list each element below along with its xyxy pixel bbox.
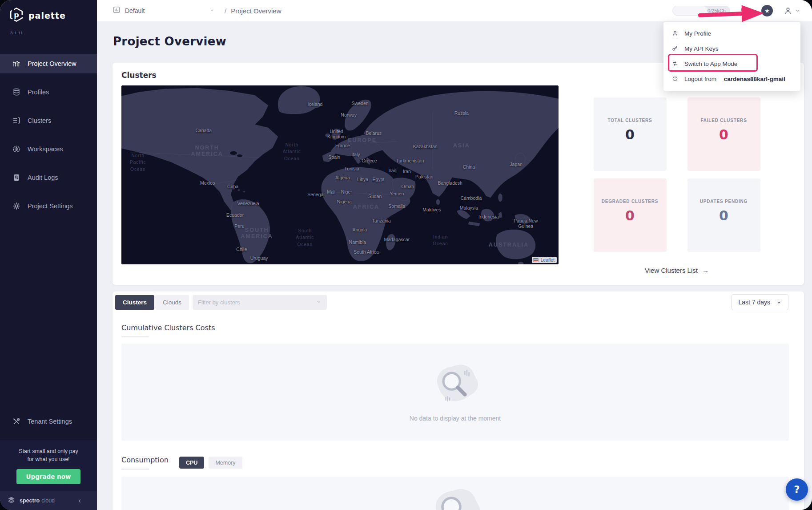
filter-by-clusters-select[interactable]: Filter by clusters [193, 295, 327, 310]
menu-item-my-profile[interactable]: My Profile [663, 26, 800, 41]
sidebar-item-label: Profiles [28, 89, 49, 96]
metrics-card: ClustersClouds Filter by clusters Last 7… [113, 291, 804, 510]
stat-label: DEGRADED CLUSTERS [602, 199, 659, 204]
menu-item-label: Logout from [684, 76, 716, 82]
filter-row: ClustersClouds Filter by clusters Last 7… [115, 294, 795, 310]
scope-selector-value: Default [125, 7, 145, 14]
sidebar-item-clusters[interactable]: Clusters [0, 111, 97, 130]
workspaces-icon [12, 145, 21, 154]
upgrade-promo: Start small and only pay for what you us… [0, 440, 97, 492]
spectro-cloud-logo [7, 496, 16, 506]
topbar: Default / Project Overview 0/25kCh ★ [97, 0, 812, 21]
user-menu-button[interactable] [784, 6, 800, 15]
stat-value: 0 [719, 208, 728, 223]
audit-logs-icon [12, 173, 21, 182]
chat-icon[interactable] [741, 6, 751, 16]
sidebar-item-label: Project Settings [28, 202, 73, 210]
topbar-right: 0/25kCh ★ [672, 5, 812, 16]
user-icon [784, 6, 792, 15]
heading-underline [121, 469, 149, 470]
help-button[interactable]: ? [786, 478, 808, 501]
usage-text: 0/25kCh [707, 8, 726, 13]
sidebar-item-label: Workspaces [28, 146, 63, 153]
search-no-data-icon [426, 362, 484, 409]
upgrade-now-button[interactable]: Upgrade now [16, 469, 81, 484]
sidebar-item-label: Audit Logs [28, 174, 58, 181]
chevron-down-icon [316, 299, 322, 306]
content-area: Default / Project Overview 0/25kCh ★ [97, 0, 812, 510]
logo-block: p palette 3.1.11 [0, 0, 97, 35]
sidebar-item-workspaces[interactable]: Workspaces [0, 139, 97, 159]
chevron-down-icon [776, 300, 782, 305]
breadcrumb-separator: / [225, 7, 226, 15]
view-clusters-list-label: View Clusters List [645, 267, 698, 274]
date-range-select[interactable]: Last 7 days [732, 294, 788, 310]
menu-item-label: My Profile [684, 30, 711, 37]
date-range-value: Last 7 days [738, 299, 770, 306]
consumption-toggles: CPUMemory [179, 456, 242, 469]
footer-brand-bold: spectro [20, 498, 40, 504]
scope-tabs: ClustersClouds [115, 295, 189, 310]
sidebar-item-project-settings[interactable]: Project Settings [0, 196, 97, 216]
whats-new-star-icon[interactable]: ★ [761, 5, 773, 16]
promo-line-1: Start small and only pay [4, 447, 92, 456]
menu-item-username: cardenas88karl-gmail [722, 76, 785, 82]
search-no-data-icon [426, 486, 484, 510]
stat-card-failed-clusters: FAILED CLUSTERS0 [687, 97, 760, 171]
project-scope-selector[interactable]: Default [113, 6, 215, 16]
project-overview-icon [12, 59, 21, 68]
menu-item-switch-to-app-mode[interactable]: Switch to App Mode [663, 56, 800, 71]
menu-item-label: Switch to App Mode [684, 61, 737, 67]
user-dropdown-menu: My ProfileMy API KeysSwitch to App ModeL… [663, 22, 800, 91]
usage-badge[interactable]: 0/25kCh [672, 6, 730, 16]
menu-item-logout-from[interactable]: Logout from cardenas88karl-gmail [663, 71, 800, 86]
sidebar-item-label: Clusters [28, 117, 51, 124]
sidebar-collapse-icon[interactable]: ‹ [78, 496, 81, 505]
stat-card-updates-pending: UPDATES PENDING0 [687, 178, 760, 252]
chevron-down-icon [209, 7, 215, 15]
consumption-toggle-memory[interactable]: Memory [209, 457, 242, 469]
sidebar: p palette 3.1.11 Project OverviewProfile… [0, 0, 97, 510]
tab-clouds[interactable]: Clouds [155, 295, 189, 310]
menu-item-label: My API Keys [684, 45, 719, 52]
costs-section-header: Cumulative Clusters Costs [121, 324, 795, 337]
costs-title: Cumulative Clusters Costs [121, 324, 795, 332]
stat-card-degraded-clusters: DEGRADED CLUSTERS0 [594, 178, 667, 252]
svg-text:p: p [14, 11, 19, 19]
profiles-icon [12, 88, 21, 97]
brand-name: palette [28, 11, 66, 20]
sidebar-footer: spectro cloud ‹ [0, 491, 97, 510]
clusters-world-map[interactable]: IcelandSwedenNorwayRussiaCanadaUnited Ki… [121, 85, 559, 264]
person-icon [671, 30, 679, 37]
sidebar-item-tenant-settings[interactable]: Tenant Settings [0, 412, 97, 431]
stat-label: FAILED CLUSTERS [700, 118, 747, 123]
menu-item-my-api-keys[interactable]: My API Keys [663, 41, 800, 56]
consumption-toggle-cpu[interactable]: CPU [179, 457, 204, 469]
chevron-down-icon [795, 8, 800, 13]
breadcrumb: / Project Overview [225, 7, 281, 15]
breadcrumb-label[interactable]: Project Overview [231, 7, 281, 15]
power-icon [671, 75, 679, 82]
switch-mode-icon [671, 60, 679, 67]
no-data-message: No data to display at the moment [410, 415, 501, 422]
consumption-empty-state [121, 477, 789, 510]
sidebar-item-profiles[interactable]: Profiles [0, 82, 97, 102]
cluster-stats: TOTAL CLUSTERS0FAILED CLUSTERS0DEGRADED … [559, 85, 795, 274]
leaflet-label: Leaflet [540, 257, 555, 263]
sidebar-item-project-overview[interactable]: Project Overview [0, 54, 97, 73]
scope-selector-icon [113, 6, 121, 16]
palette-logo-icon: p [9, 7, 24, 24]
project-settings-icon [12, 202, 21, 210]
consumption-section-header: Consumption CPUMemory [121, 456, 795, 470]
sidebar-item-audit-logs[interactable]: Audit Logs [0, 168, 97, 187]
view-clusters-list-link[interactable]: View Clusters List → [645, 267, 709, 274]
footer-brand-light: cloud [41, 498, 55, 504]
leaflet-attribution[interactable]: Leaflet [532, 257, 557, 263]
tab-clusters[interactable]: Clusters [115, 295, 154, 310]
stat-value: 0 [625, 127, 635, 142]
stat-value: 0 [625, 208, 635, 223]
app-frame: p palette 3.1.11 Project OverviewProfile… [0, 0, 812, 510]
promo-line-2: for what you use! [4, 455, 92, 464]
sidebar-item-label: Project Overview [28, 60, 76, 67]
clusters-card: Clusters [113, 63, 804, 285]
